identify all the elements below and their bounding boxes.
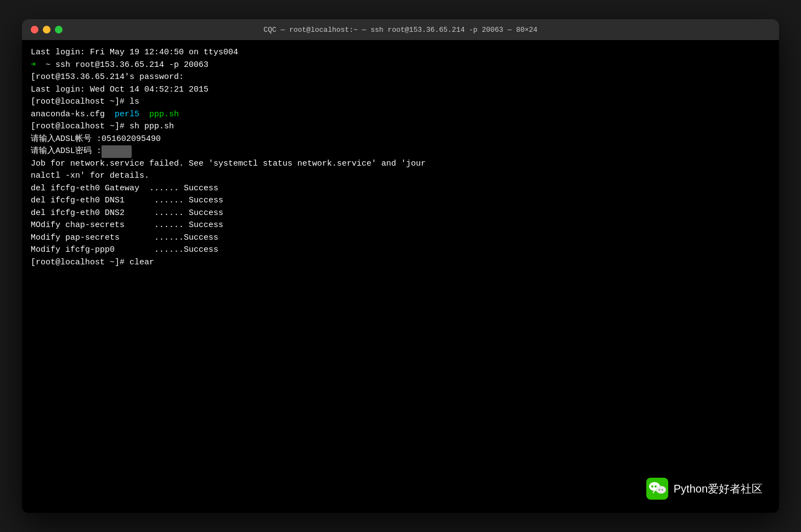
wechat-icon [646,478,668,500]
window-buttons [31,26,63,33]
perl5-dir: perl5 [115,110,139,119]
terminal-body[interactable]: Last login: Fri May 19 12:40:50 on ttys0… [22,40,779,513]
terminal-window: CQC — root@localhost:~ — ssh root@153.36… [22,19,779,513]
window-title: CQC — root@localhost:~ — ssh root@153.36… [263,26,537,34]
line-modify-pap: Modify pap-secrets ......Success [31,232,770,245]
line-modify-ifcfg: Modify ifcfg-ppp0 ......Success [31,244,770,257]
svg-point-3 [655,485,657,488]
line-last-login: Last login: Fri May 19 12:40:50 on ttys0… [31,47,770,59]
line-last-login2: Last login: Wed Oct 14 04:52:21 2015 [31,84,770,97]
svg-point-4 [656,486,666,494]
line-ls-cmd: [root@localhost ~]# ls [31,96,770,109]
line-error-cont: nalctl -xn' for details. [31,170,770,183]
line-ls-output: anaconda-ks.cfg perl5 ppp.sh [31,109,770,121]
line-password-prompt: [root@153.36.65.214's password: [31,71,770,84]
line-adsl-password: 请输入ADSL密码 :████▌ [31,145,770,158]
watermark-label: Python爱好者社区 [674,482,763,496]
line-del-dns2: del ifcfg-eth0 DNS2 ...... Success [31,207,770,220]
svg-point-6 [661,489,663,491]
svg-point-2 [651,485,653,488]
ppp-sh-file: ppp.sh [149,110,179,119]
password-masked: ████▌ [101,145,132,158]
line-error: Job for network.service failed. See 'sys… [31,158,770,171]
line-sh-cmd: [root@localhost ~]# sh ppp.sh [31,121,770,133]
watermark: Python爱好者社区 [646,478,763,500]
minimize-button[interactable] [43,26,50,33]
arrow-icon: ➜ [31,60,36,70]
line-ssh-cmd: ➜ ~ ssh root@153.36.65.214 -p 20063 [31,59,770,72]
line-adsl-account: 请输入ADSL帐号 :051602095490 [31,133,770,146]
maximize-button[interactable] [55,26,63,33]
close-button[interactable] [31,26,38,33]
line-del-gateway: del ifcfg-eth0 Gateway ...... Success [31,183,770,195]
line-clear-cmd: [root@localhost ~]# clear [31,257,770,269]
titlebar: CQC — root@localhost:~ — ssh root@153.36… [22,19,779,40]
line-del-dns1: del ifcfg-eth0 DNS1 ...... Success [31,195,770,207]
line-modify-chap: MOdify chap-secrets ...... Success [31,219,770,232]
svg-point-5 [658,489,660,491]
